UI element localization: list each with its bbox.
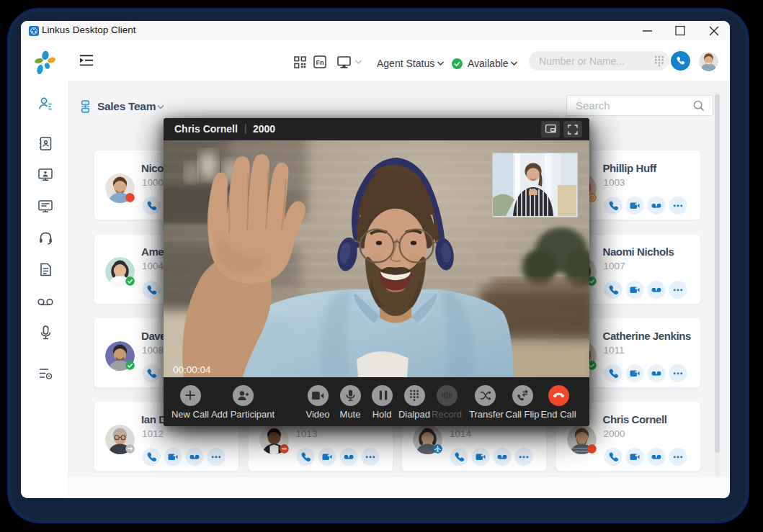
svg-text:Fn: Fn bbox=[316, 58, 324, 66]
